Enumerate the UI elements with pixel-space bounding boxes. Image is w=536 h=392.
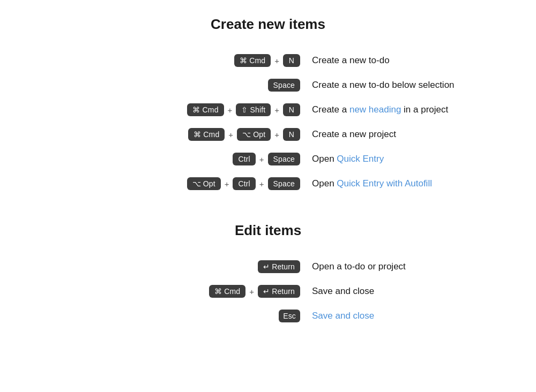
shortcut-desc-new-todo: Create a new to-do (300, 55, 482, 66)
shortcut-row-open-quick-entry-autofill: ⌥ Opt+Ctrl+SpaceOpen Quick Entry with Au… (11, 177, 525, 190)
section-title-create-new-items: Create new items (11, 16, 525, 33)
plus-separator: + (228, 130, 233, 139)
plus-separator: + (228, 105, 233, 115)
key-esc: Esc (279, 310, 300, 322)
shortcut-desc-new-heading: Create a new heading in a project (300, 104, 482, 115)
plus-separator: + (249, 287, 254, 296)
key-↵-return: ↵ Return (258, 260, 300, 273)
blue-text: new heading (349, 104, 401, 115)
shortcut-row-new-project: ⌘ Cmd+⌥ Opt+NCreate a new project (11, 128, 525, 141)
shortcut-desc-open-quick-entry: Open Quick Entry (300, 154, 482, 164)
shortcut-keys-save-and-close: ⌘ Cmd+↵ Return (54, 285, 300, 298)
key-n: N (283, 103, 300, 116)
blue-text: Quick Entry (337, 154, 384, 164)
plus-separator: + (259, 179, 264, 189)
blue-text: Save and close (312, 311, 374, 321)
plus-separator: + (274, 130, 279, 139)
shortcut-keys-new-todo-below: Space (54, 79, 300, 92)
key-n: N (283, 128, 300, 141)
key-space: Space (268, 153, 300, 165)
plus-separator: + (259, 155, 264, 164)
plus-separator: + (274, 56, 279, 65)
plus-separator: + (274, 105, 279, 115)
page: Create new items⌘ Cmd+NCreate a new to-d… (0, 0, 536, 371)
shortcut-desc-save-and-close-esc: Save and close (300, 311, 482, 321)
key-⌥-opt: ⌥ Opt (237, 128, 271, 141)
shortcut-keys-new-todo: ⌘ Cmd+N (54, 54, 300, 67)
shortcut-row-new-heading: ⌘ Cmd+⇧ Shift+NCreate a new heading in a… (11, 103, 525, 116)
shortcut-desc-save-and-close: Save and close (300, 286, 482, 297)
key-space: Space (268, 177, 300, 190)
key-⌥-opt: ⌥ Opt (187, 177, 221, 190)
shortcut-keys-open-quick-entry-autofill: ⌥ Opt+Ctrl+Space (54, 177, 300, 190)
shortcut-desc-open-todo-project: Open a to-do or project (300, 261, 482, 272)
shortcut-desc-new-project: Create a new project (300, 129, 482, 140)
shortcut-row-open-todo-project: ↵ ReturnOpen a to-do or project (11, 260, 525, 273)
key-⌘-cmd: ⌘ Cmd (188, 128, 225, 141)
shortcut-keys-new-heading: ⌘ Cmd+⇧ Shift+N (54, 103, 300, 116)
shortcut-row-new-todo-below: SpaceCreate a new to-do below selection (11, 79, 525, 92)
shortcut-row-save-and-close: ⌘ Cmd+↵ ReturnSave and close (11, 285, 525, 298)
shortcut-row-new-todo: ⌘ Cmd+NCreate a new to-do (11, 54, 525, 67)
shortcut-desc-new-todo-below: Create a new to-do below selection (300, 80, 482, 91)
blue-text: Quick Entry with Autofill (337, 178, 432, 189)
key-n: N (283, 54, 300, 67)
key-⌘-cmd: ⌘ Cmd (209, 285, 245, 298)
shortcut-keys-open-todo-project: ↵ Return (54, 260, 300, 273)
key-ctrl: Ctrl (233, 177, 255, 190)
shortcut-row-open-quick-entry: Ctrl+SpaceOpen Quick Entry (11, 153, 525, 165)
key-⇧-shift: ⇧ Shift (236, 103, 271, 116)
key-↵-return: ↵ Return (258, 285, 300, 298)
shortcut-desc-open-quick-entry-autofill: Open Quick Entry with Autofill (300, 178, 482, 189)
key-⌘-cmd: ⌘ Cmd (187, 103, 224, 116)
plus-separator: + (225, 179, 229, 189)
section-create-new-items: Create new items⌘ Cmd+NCreate a new to-d… (11, 16, 525, 190)
shortcut-keys-save-and-close-esc: Esc (54, 310, 300, 322)
shortcut-row-save-and-close-esc: EscSave and close (11, 310, 525, 322)
section-title-edit-items: Edit items (11, 222, 525, 239)
key-ctrl: Ctrl (233, 153, 255, 165)
shortcut-keys-new-project: ⌘ Cmd+⌥ Opt+N (54, 128, 300, 141)
key-space: Space (268, 79, 300, 92)
shortcut-keys-open-quick-entry: Ctrl+Space (54, 153, 300, 165)
section-edit-items: Edit items↵ ReturnOpen a to-do or projec… (11, 222, 525, 322)
key-⌘-cmd: ⌘ Cmd (234, 54, 271, 67)
